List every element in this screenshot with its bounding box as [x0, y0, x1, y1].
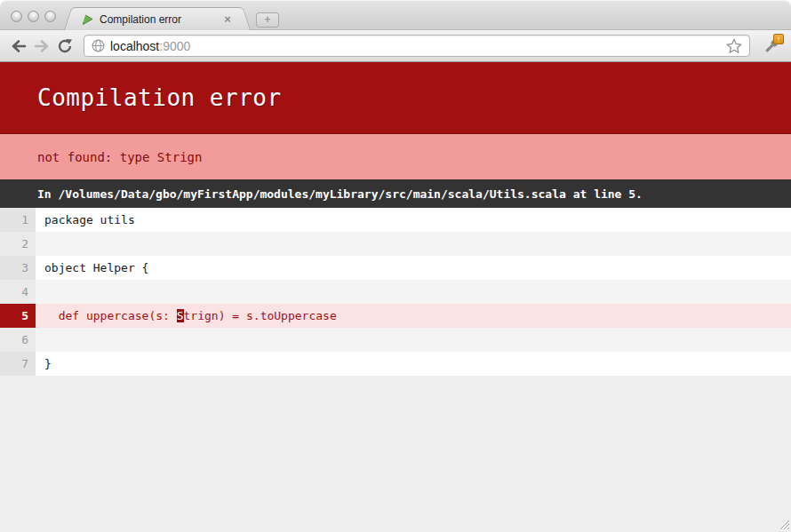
play-framework-icon — [82, 13, 93, 25]
reload-icon — [57, 38, 73, 54]
browser-toolbar: localhost:9000 ↑ — [0, 30, 791, 62]
traffic-lights — [11, 11, 56, 22]
error-position-marker: S — [177, 309, 184, 322]
url-host: localhost — [110, 39, 159, 53]
url-text[interactable]: localhost:9000 — [110, 39, 724, 53]
line-number: 6 — [0, 328, 36, 352]
url-port: :9000 — [159, 39, 190, 53]
resize-grip[interactable] — [778, 518, 790, 530]
line-number: 7 — [0, 352, 36, 376]
new-tab-button[interactable]: + — [256, 12, 279, 28]
page-background — [0, 376, 791, 531]
close-window-button[interactable] — [11, 11, 22, 22]
window-titlebar: Compilation error × + — [0, 0, 791, 30]
forward-arrow-icon — [33, 39, 51, 53]
close-tab-icon[interactable]: × — [220, 12, 235, 27]
line-number: 4 — [0, 280, 36, 304]
star-icon — [726, 38, 742, 54]
address-bar[interactable]: localhost:9000 — [84, 35, 750, 57]
line-number: 2 — [0, 232, 36, 256]
source-line: 7} — [0, 352, 791, 376]
error-page: Compilation error not found: type Strign… — [0, 62, 791, 531]
source-line: 3object Helper { — [0, 256, 791, 280]
browser-tab[interactable]: Compilation error × — [78, 7, 236, 30]
source-line: 4 — [0, 280, 791, 304]
source-listing: 1package utils23object Helper {45 def up… — [0, 208, 791, 376]
error-file-location: In /Volumes/Data/gbo/myFirstApp/modules/… — [0, 179, 791, 208]
tab-title: Compilation error — [100, 13, 220, 26]
error-detail-message: not found: type Strign — [0, 134, 791, 179]
line-code: object Helper { — [36, 261, 148, 274]
line-code: package utils — [36, 213, 135, 226]
source-line: 6 — [0, 328, 791, 352]
zoom-window-button[interactable] — [44, 11, 56, 22]
back-arrow-icon — [10, 39, 28, 53]
source-line-error: 5 def uppercase(s: Strign) = s.toUpperca… — [0, 304, 791, 328]
reload-button[interactable] — [53, 35, 76, 58]
line-number: 3 — [0, 256, 36, 280]
bookmark-star-button[interactable] — [724, 36, 744, 56]
update-badge: ↑ — [773, 34, 784, 44]
forward-button[interactable] — [30, 35, 53, 58]
source-line: 2 — [0, 232, 791, 256]
page-title: Compilation error — [0, 62, 791, 134]
wrench-menu-button[interactable]: ↑ — [759, 34, 784, 59]
minimize-window-button[interactable] — [28, 11, 39, 22]
line-code: def uppercase(s: Strign) = s.toUppercase — [36, 309, 337, 322]
line-number: 1 — [0, 208, 36, 232]
source-line: 1package utils — [0, 208, 791, 232]
line-code: } — [36, 357, 52, 370]
line-number: 5 — [0, 304, 36, 328]
globe-icon — [92, 39, 105, 52]
browser-window: Compilation error × + — [0, 0, 791, 532]
back-button[interactable] — [7, 35, 30, 58]
